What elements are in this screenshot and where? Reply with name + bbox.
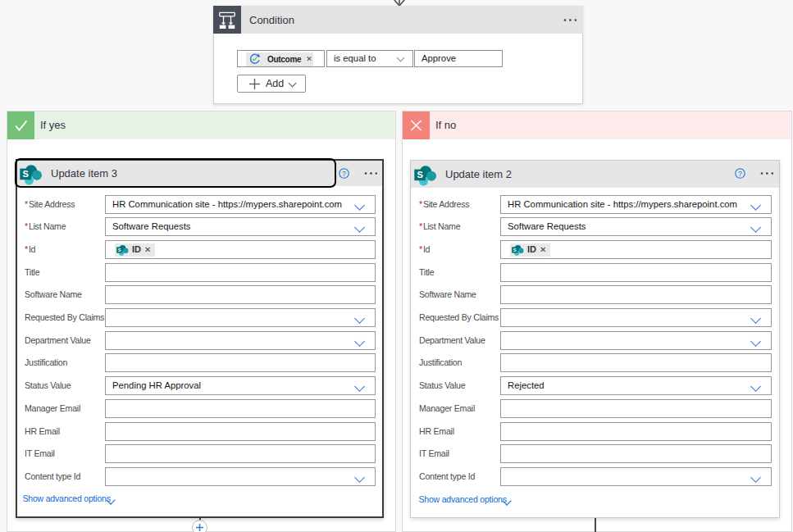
svg-text:S: S xyxy=(513,248,517,253)
svg-text:S: S xyxy=(417,170,422,180)
svg-text:?: ? xyxy=(738,170,742,178)
svg-text:S: S xyxy=(22,169,28,179)
svg-text:S: S xyxy=(118,248,121,253)
svg-text:?: ? xyxy=(342,170,346,178)
